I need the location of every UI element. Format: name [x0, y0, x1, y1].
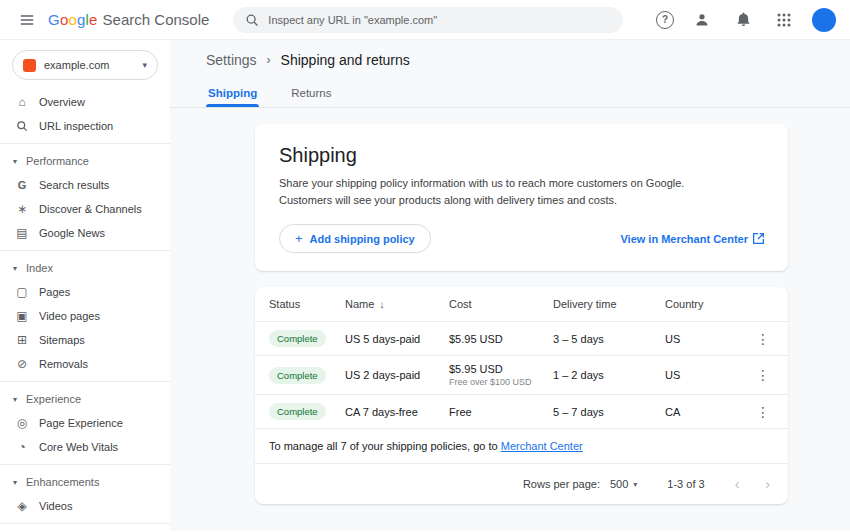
- chevron-down-icon: ▾: [10, 478, 20, 487]
- pagination-bar: Rows per page: 500 ▾ 1-3 of 3 ‹ ›: [255, 464, 788, 504]
- merchant-link-label: View in Merchant Center: [620, 233, 748, 245]
- sidebar-item-label: URL inspection: [39, 120, 113, 132]
- sidebar-item-label: Core Web Vitals: [39, 441, 118, 453]
- sidebar-item-page-experience[interactable]: ◎ Page Experience: [0, 411, 170, 435]
- table-row: Complete CA 7 days-free Free 5 – 7 days …: [255, 395, 788, 429]
- sidebar-item-sitemaps[interactable]: ⊞ Sitemaps: [0, 328, 170, 352]
- url-inspection-searchbar[interactable]: [233, 7, 623, 33]
- cell-cost: Free: [449, 406, 553, 418]
- next-page-button[interactable]: ›: [765, 476, 770, 492]
- chevron-down-icon: ▾: [142, 60, 147, 70]
- chevron-down-icon: ▾: [10, 395, 20, 404]
- breadcrumb: Settings › Shipping and returns: [170, 50, 850, 68]
- sidebar-section-performance[interactable]: ▾ Performance: [0, 149, 170, 173]
- merchant-center-link[interactable]: Merchant Center: [501, 440, 583, 452]
- user-settings-button[interactable]: [689, 7, 715, 33]
- search-icon: [15, 120, 29, 132]
- cell-delivery: 3 – 5 days: [553, 333, 665, 345]
- sidebar-item-label: Sitemaps: [39, 334, 85, 346]
- apps-grid-button[interactable]: [771, 7, 797, 33]
- sidebar-item-label: Removals: [39, 358, 88, 370]
- row-menu-icon[interactable]: ⋮: [752, 331, 774, 347]
- cost-note: Free over $100 USD: [449, 377, 553, 387]
- rows-per-page-select[interactable]: 500 ▾: [610, 478, 637, 490]
- main-content: Settings › Shipping and returns Shipping…: [170, 40, 850, 531]
- external-link-icon: [753, 233, 764, 244]
- sidebar-item-core-web-vitals[interactable]: ◔ Core Web Vitals: [0, 435, 170, 459]
- manage-note: To manage all 7 of your shipping policie…: [255, 429, 788, 464]
- table-row: Complete US 2 days-paid $5.95 USD Free o…: [255, 356, 788, 395]
- cell-country: US: [665, 369, 752, 381]
- cell-name: CA 7 days-free: [345, 406, 449, 418]
- sidebar-divider: [0, 250, 170, 251]
- plus-icon: +: [295, 231, 303, 246]
- property-selector[interactable]: example.com ▾: [12, 50, 158, 80]
- page-title: Shipping and returns: [281, 52, 410, 68]
- sidebar-section-experience[interactable]: ▾ Experience: [0, 387, 170, 411]
- sidebar-item-search-results[interactable]: G Search results: [0, 173, 170, 197]
- table-row: Complete US 5 days-paid $5.95 USD 3 – 5 …: [255, 322, 788, 356]
- section-label: Index: [26, 262, 53, 274]
- sidebar-divider: [0, 143, 170, 144]
- section-label: Enhancements: [26, 476, 99, 488]
- sidebar-item-google-news[interactable]: ▤ Google News: [0, 221, 170, 245]
- sidebar-section-index[interactable]: ▾ Index: [0, 256, 170, 280]
- shipping-policies-table-card: Status Name ↓ Cost Delivery time Country…: [255, 287, 788, 504]
- sidebar-item-video-pages[interactable]: ▣ Video pages: [0, 304, 170, 328]
- sort-desc-icon: ↓: [379, 298, 385, 310]
- section-label: Experience: [26, 393, 81, 405]
- add-shipping-policy-button[interactable]: + Add shipping policy: [279, 224, 431, 253]
- help-button[interactable]: ?: [656, 11, 674, 29]
- sidebar-divider: [0, 523, 170, 524]
- topbar: Google Search Console ?: [0, 0, 850, 40]
- sidebar-item-videos[interactable]: ◈ Videos: [0, 494, 170, 518]
- removals-icon: ⊘: [15, 357, 29, 371]
- col-country: Country: [665, 298, 752, 310]
- sidebar-section-security[interactable]: ▸ Security & Manual Actions: [0, 529, 170, 531]
- property-favicon: [23, 59, 36, 72]
- sidebar-item-removals[interactable]: ⊘ Removals: [0, 352, 170, 376]
- cell-delivery: 5 – 7 days: [553, 406, 665, 418]
- page-experience-icon: ◎: [15, 416, 29, 430]
- logo-letter: o: [68, 11, 77, 28]
- rows-per-page-value: 500: [610, 478, 628, 490]
- videos-icon: ◈: [15, 499, 29, 513]
- sidebar-item-label: Videos: [39, 500, 72, 512]
- cell-name: US 5 days-paid: [345, 333, 449, 345]
- card-title: Shipping: [279, 144, 764, 167]
- breadcrumb-settings[interactable]: Settings: [206, 52, 257, 68]
- hamburger-icon: [19, 12, 35, 28]
- sidebar-item-overview[interactable]: ⌂ Overview: [0, 90, 170, 114]
- google-wordmark: Google: [48, 11, 98, 28]
- card-description: Share your shipping policy information w…: [279, 175, 709, 209]
- search-icon: [245, 13, 259, 27]
- user-settings-icon: [694, 12, 710, 28]
- tab-shipping[interactable]: Shipping: [206, 81, 259, 107]
- col-name-sort[interactable]: Name ↓: [345, 298, 449, 310]
- apps-grid-icon: [777, 13, 791, 27]
- status-badge: Complete: [269, 403, 326, 420]
- table-header-row: Status Name ↓ Cost Delivery time Country: [255, 287, 788, 322]
- menu-button[interactable]: [14, 7, 40, 33]
- app-logo[interactable]: Google Search Console: [48, 11, 209, 28]
- section-label: Performance: [26, 155, 89, 167]
- notifications-button[interactable]: [730, 7, 756, 33]
- account-avatar[interactable]: [812, 8, 836, 32]
- chevron-down-icon: ▾: [10, 264, 20, 273]
- search-input[interactable]: [268, 14, 611, 26]
- sidebar-item-label: Video pages: [39, 310, 100, 322]
- previous-page-button[interactable]: ‹: [735, 476, 740, 492]
- row-menu-icon[interactable]: ⋮: [752, 367, 774, 383]
- sidebar-item-pages[interactable]: ▢ Pages: [0, 280, 170, 304]
- sidebar-item-discover-channels[interactable]: ∗ Discover & Channels: [0, 197, 170, 221]
- row-menu-icon[interactable]: ⋮: [752, 404, 774, 420]
- status-badge: Complete: [269, 330, 326, 347]
- tab-returns[interactable]: Returns: [289, 81, 333, 107]
- property-name: example.com: [44, 59, 109, 71]
- sidebar-section-enhancements[interactable]: ▾ Enhancements: [0, 470, 170, 494]
- col-status: Status: [269, 298, 345, 310]
- sidebar: example.com ▾ ⌂ Overview URL inspection …: [0, 40, 170, 531]
- sidebar-item-label: Search results: [39, 179, 109, 191]
- view-in-merchant-center-link[interactable]: View in Merchant Center: [620, 233, 764, 245]
- sidebar-item-url-inspection[interactable]: URL inspection: [0, 114, 170, 138]
